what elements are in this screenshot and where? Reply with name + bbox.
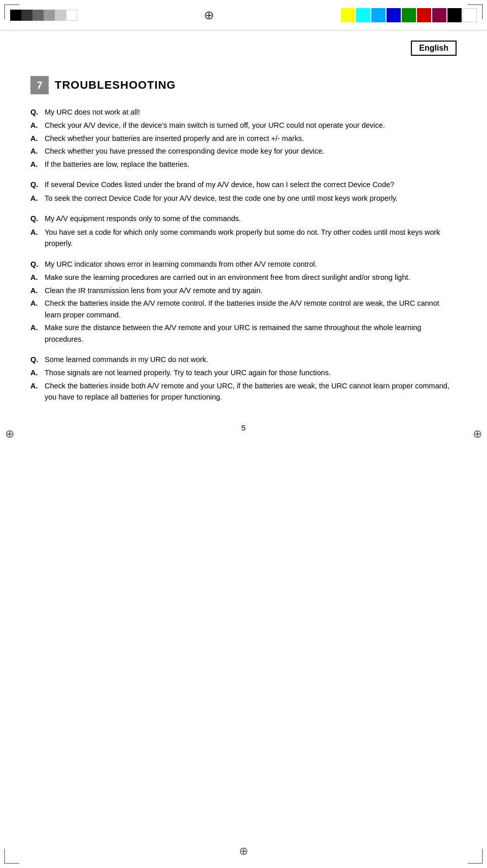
top-bar: ⊕ xyxy=(0,0,487,30)
answer-text-3-1: You have set a code for which only some … xyxy=(45,227,457,249)
corner-mark-tl xyxy=(4,4,19,19)
bw-squares xyxy=(10,10,77,21)
crosshair-bottom: ⊕ xyxy=(239,845,248,858)
answer-1-2: A. Check whether your batteries are inse… xyxy=(30,133,457,144)
color-swatch-gray xyxy=(32,10,44,21)
color-swatch-medgray xyxy=(44,10,55,21)
color-chip-lightblue xyxy=(371,8,386,22)
question-2: Q. If several Device Codes listed under … xyxy=(30,179,457,190)
color-chip-darkred xyxy=(432,8,446,22)
page: ⊕ ⊕ ⊕ English xyxy=(0,0,487,868)
question-3: Q. My A/V equipment responds only to som… xyxy=(30,213,457,224)
answer-4-1: A. Make sure the learning procedures are… xyxy=(30,272,457,283)
answer-5-1: A. Those signals are not learned properl… xyxy=(30,367,457,378)
answer-4-3: A. Check the batteries inside the A/V re… xyxy=(30,298,457,320)
a-label-1-1: A. xyxy=(30,120,45,131)
section-number: 7 xyxy=(30,76,49,94)
a-label-5-1: A. xyxy=(30,367,45,378)
answer-1-1: A. Check your A/V device, if the device’… xyxy=(30,120,457,131)
answer-1-3: A. Check whether you have pressed the co… xyxy=(30,146,457,157)
crosshair-top-center: ⊕ xyxy=(200,6,218,24)
answer-text-1-1: Check your A/V device, if the device’s m… xyxy=(45,120,457,131)
answer-text-1-2: Check whether your batteries are inserte… xyxy=(45,133,457,144)
qa-block-5: Q. Some learned commands in my URC do no… xyxy=(30,354,457,403)
question-5: Q. Some learned commands in my URC do no… xyxy=(30,354,457,365)
q-label-4: Q. xyxy=(30,259,45,270)
qa-block-2: Q. If several Device Codes listed under … xyxy=(30,179,457,204)
a-label-4-2: A. xyxy=(30,285,45,296)
color-swatch-lightgray xyxy=(55,10,66,21)
question-text-4: My URC indicator shows error in learning… xyxy=(45,259,457,270)
a-label-5-2: A. xyxy=(30,380,45,403)
qa-block-3: Q. My A/V equipment responds only to som… xyxy=(30,213,457,249)
a-label-4-3: A. xyxy=(30,298,45,320)
answer-text-1-4: If the batteries are low, replace the ba… xyxy=(45,159,457,170)
answer-text-4-4: Make sure the distance between the A/V r… xyxy=(45,322,457,345)
q-label-3: Q. xyxy=(30,213,45,224)
corner-mark-bl xyxy=(4,849,19,864)
main-content: English 7 TROUBLESHOOTING Q. My URC does… xyxy=(0,30,487,478)
section-title: TROUBLESHOOTING xyxy=(55,79,176,92)
answer-4-4: A. Make sure the distance between the A/… xyxy=(30,322,457,345)
question-1: Q. My URC does not work at all! xyxy=(30,106,457,118)
answer-text-5-2: Check the batteries inside both A/V remo… xyxy=(45,380,457,403)
answer-text-4-1: Make sure the learning procedures are ca… xyxy=(45,272,457,283)
question-text-2: If several Device Codes listed under the… xyxy=(45,179,457,190)
language-badge: English xyxy=(411,41,457,56)
question-4: Q. My URC indicator shows error in learn… xyxy=(30,259,457,270)
color-swatch-darkgray xyxy=(21,10,32,21)
color-chip-red xyxy=(417,8,431,22)
answer-text-1-3: Check whether you have pressed the corre… xyxy=(45,146,457,157)
answer-2-1: A. To seek the correct Device Code for y… xyxy=(30,193,457,204)
page-number: 5 xyxy=(30,423,457,447)
q-label-1: Q. xyxy=(30,106,45,118)
answer-4-2: A. Clean the IR transmission lens from y… xyxy=(30,285,457,296)
color-chip-cyan xyxy=(356,8,370,22)
a-label-4-1: A. xyxy=(30,272,45,283)
section-header: 7 TROUBLESHOOTING xyxy=(30,76,457,94)
question-text-3: My A/V equipment responds only to some o… xyxy=(45,213,457,224)
color-strip-right xyxy=(341,8,477,22)
color-chip-blue xyxy=(387,8,401,22)
a-label-4-4: A. xyxy=(30,322,45,345)
a-label-1-4: A. xyxy=(30,159,45,170)
answer-text-4-3: Check the batteries inside the A/V remot… xyxy=(45,298,457,320)
question-text-1: My URC does not work at all! xyxy=(45,106,457,118)
answer-text-5-1: Those signals are not learned properly. … xyxy=(45,367,457,378)
corner-mark-tr xyxy=(468,4,483,19)
answer-text-4-2: Clean the IR transmission lens from your… xyxy=(45,285,457,296)
answer-1-4: A. If the batteries are low, replace the… xyxy=(30,159,457,170)
q-label-5: Q. xyxy=(30,354,45,365)
color-chip-green xyxy=(402,8,416,22)
a-label-1-2: A. xyxy=(30,133,45,144)
a-label-1-3: A. xyxy=(30,146,45,157)
a-label-2-1: A. xyxy=(30,193,45,204)
answer-text-2-1: To seek the correct Device Code for your… xyxy=(45,193,457,204)
qa-block-1: Q. My URC does not work at all! A. Check… xyxy=(30,106,457,170)
color-chip-yellow xyxy=(341,8,355,22)
corner-mark-br xyxy=(468,849,483,864)
color-swatch-white xyxy=(66,10,77,21)
answer-3-1: A. You have set a code for which only so… xyxy=(30,227,457,249)
q-label-2: Q. xyxy=(30,179,45,190)
bw-color-strip xyxy=(10,10,77,21)
answer-5-2: A. Check the batteries inside both A/V r… xyxy=(30,380,457,403)
color-chip-black2 xyxy=(447,8,462,22)
a-label-3-1: A. xyxy=(30,227,45,249)
qa-block-4: Q. My URC indicator shows error in learn… xyxy=(30,259,457,345)
question-text-5: Some learned commands in my URC do not w… xyxy=(45,354,457,365)
